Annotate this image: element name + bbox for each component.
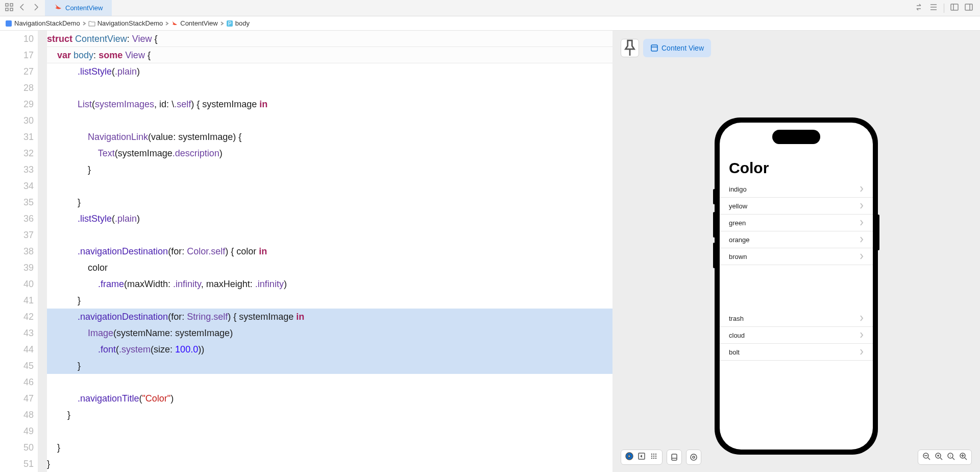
chevron-right-icon (860, 237, 864, 243)
line-number: 38 (0, 243, 34, 259)
list-item[interactable]: trash (720, 310, 873, 327)
line-number: 17 (0, 47, 34, 63)
list-item[interactable]: brown (720, 248, 873, 265)
tab-contentview[interactable]: ContentView (45, 0, 112, 16)
device-settings-button[interactable] (667, 450, 682, 465)
list-item-label: trash (729, 315, 744, 322)
list-item-label: brown (729, 253, 747, 261)
svg-point-22 (653, 458, 654, 459)
sep (944, 4, 944, 13)
chevron-right-icon (860, 220, 864, 226)
zoom-fit-icon (935, 452, 943, 462)
app-icon (5, 20, 12, 27)
list-item[interactable]: cloud (720, 327, 873, 344)
svg-rect-2 (6, 8, 8, 11)
tab-bar: ContentView (0, 0, 980, 16)
svg-rect-0 (6, 4, 8, 6)
tab-title: ContentView (65, 4, 103, 12)
chevron-right-icon (860, 253, 864, 259)
chevron-right-icon (860, 332, 864, 338)
line-number: 46 (0, 374, 34, 390)
preview-chip[interactable]: Content View (643, 39, 711, 57)
settings-button[interactable] (686, 450, 701, 465)
chevron-right-icon (860, 349, 864, 355)
svg-line-39 (965, 458, 967, 460)
line-number: 45 (0, 358, 34, 374)
list-item[interactable]: orange (720, 231, 873, 248)
tab-bar-right (908, 3, 980, 13)
svg-point-16 (653, 454, 654, 455)
chevron-right-icon (860, 203, 864, 209)
crumb-symbol[interactable]: P body (226, 19, 250, 27)
fold-column (38, 31, 47, 472)
list-icon[interactable] (929, 3, 938, 13)
svg-point-21 (651, 458, 652, 459)
panel-left-icon[interactable] (950, 3, 959, 13)
zoom-controls[interactable]: 1 (918, 450, 972, 465)
pin-button[interactable] (621, 39, 639, 57)
crumb-file[interactable]: ContentView (171, 19, 217, 27)
svg-text:P: P (228, 21, 231, 27)
list-item[interactable]: green (720, 215, 873, 231)
layout-icon (650, 44, 658, 52)
line-number: 42 (0, 309, 34, 325)
line-number: 27 (0, 63, 34, 80)
line-number: 29 (0, 96, 34, 112)
swift-icon (171, 20, 178, 27)
line-number: 40 (0, 276, 34, 292)
line-number: 41 (0, 292, 34, 309)
svg-line-29 (928, 458, 930, 460)
svg-rect-1 (10, 4, 13, 6)
phone-frame: Color indigoyellowgreenorangebrown trash… (715, 117, 878, 455)
list-item-label: cloud (729, 332, 745, 339)
list-item[interactable]: indigo (720, 181, 873, 198)
crumb-project[interactable]: NavigationStackDemo (5, 19, 80, 27)
list-item[interactable]: bolt (720, 344, 873, 361)
phone-content: Color indigoyellowgreenorangebrown trash… (720, 154, 873, 450)
preview-panel: Content View Color indigoyellowgreenoran… (612, 31, 980, 472)
svg-rect-11 (651, 45, 657, 51)
svg-rect-3 (10, 8, 13, 11)
line-number: 50 (0, 439, 34, 456)
zoom-out-icon (922, 452, 930, 462)
phone-title: Color (720, 157, 873, 181)
line-number: 36 (0, 210, 34, 227)
tab-bar-left (0, 3, 45, 13)
crumb-folder[interactable]: NavigationStackDemo (88, 19, 163, 27)
list-item[interactable]: yellow (720, 198, 873, 215)
line-number: 39 (0, 259, 34, 276)
breadcrumb: NavigationStackDemo NavigationStackDemo … (0, 16, 980, 31)
svg-line-32 (940, 458, 942, 460)
chevron-right-icon (860, 186, 864, 192)
back-icon[interactable] (18, 3, 27, 13)
list-item-label: yellow (729, 202, 747, 210)
line-number: 34 (0, 178, 34, 194)
play-icon (625, 452, 633, 462)
chevron-right-icon (165, 19, 169, 27)
side-button (877, 215, 879, 250)
svg-rect-6 (965, 4, 972, 10)
zoom-100-icon: 1 (947, 452, 955, 462)
svg-line-36 (952, 458, 954, 460)
swap-icon[interactable] (915, 3, 923, 13)
dynamic-island (772, 130, 820, 144)
line-number: 33 (0, 161, 34, 178)
grid-icon (650, 452, 658, 462)
panel-right-icon[interactable] (965, 3, 973, 13)
line-number: 30 (0, 112, 34, 129)
line-number: 51 (0, 456, 34, 472)
line-number: 43 (0, 325, 34, 341)
zoom-in-icon (959, 452, 967, 462)
grid-icon[interactable] (5, 3, 13, 13)
list-item-label: indigo (729, 185, 747, 193)
line-number: 44 (0, 341, 34, 358)
line-gutter: 1017272829303132333435363738394041424344… (0, 31, 38, 472)
line-number: 48 (0, 407, 34, 423)
line-number: 32 (0, 145, 34, 161)
chevron-right-icon (82, 19, 86, 27)
code-editor[interactable]: 1017272829303132333435363738394041424344… (0, 31, 612, 472)
forward-icon[interactable] (32, 3, 40, 13)
preview-controls[interactable] (621, 450, 663, 465)
list-item-label: green (729, 219, 746, 227)
svg-rect-8 (6, 20, 12, 27)
